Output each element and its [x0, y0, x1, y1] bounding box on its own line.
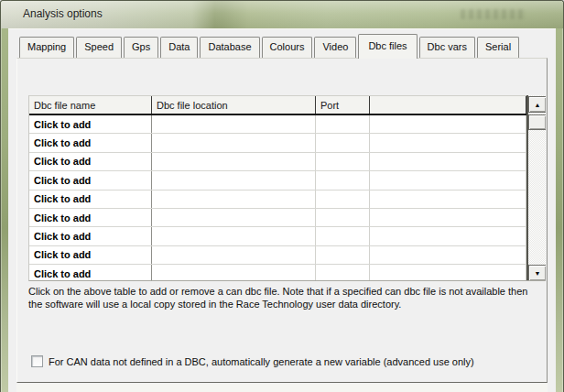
- click-to-add-cell[interactable]: Click to add: [29, 191, 152, 208]
- click-to-add-cell[interactable]: Click to add: [29, 153, 152, 170]
- blank-cell[interactable]: [370, 265, 526, 281]
- tab-dbc-vars[interactable]: Dbc vars: [419, 37, 475, 58]
- dbc-files-table-body: Dbc file name Dbc file location Port Cli…: [29, 95, 526, 281]
- column-header-dbc-file-location[interactable]: Dbc file location: [152, 96, 316, 114]
- table-row[interactable]: Click to add: [29, 246, 526, 265]
- port-cell[interactable]: [316, 191, 370, 208]
- click-to-add-cell[interactable]: Click to add: [29, 171, 152, 189]
- vertical-scrollbar[interactable]: ▲ ▼: [526, 95, 546, 281]
- analysis-options-window: Analysis options Mapping Speed Gps Data …: [0, 0, 564, 392]
- blank-cell[interactable]: [370, 171, 526, 189]
- port-cell[interactable]: [316, 134, 370, 151]
- file-location-cell[interactable]: [152, 134, 316, 151]
- column-header-dbc-file-name[interactable]: Dbc file name: [29, 96, 152, 114]
- file-location-cell[interactable]: [152, 265, 316, 281]
- click-to-add-cell[interactable]: Click to add: [29, 115, 152, 133]
- tab-serial[interactable]: Serial: [477, 37, 519, 58]
- table-row[interactable]: Click to add: [29, 209, 526, 227]
- table-row[interactable]: Click to add: [29, 191, 526, 209]
- table-row[interactable]: Click to add: [29, 153, 526, 171]
- table-row[interactable]: Click to add: [29, 115, 526, 134]
- titlebar[interactable]: Analysis options: [1, 1, 563, 28]
- dialog-footer-strip: [16, 384, 548, 392]
- file-location-cell[interactable]: [152, 209, 316, 226]
- click-to-add-cell[interactable]: Click to add: [29, 134, 152, 151]
- click-to-add-cell[interactable]: Click to add: [29, 265, 152, 281]
- file-location-cell[interactable]: [152, 115, 316, 133]
- blank-cell[interactable]: [370, 115, 526, 133]
- tab-gps[interactable]: Gps: [124, 37, 158, 58]
- table-help-note: Click on the above table to add or remov…: [28, 285, 539, 310]
- port-cell[interactable]: [316, 246, 370, 264]
- scroll-down-button[interactable]: ▼: [528, 265, 546, 281]
- port-cell[interactable]: [316, 227, 370, 245]
- port-cell[interactable]: [316, 115, 370, 133]
- port-cell[interactable]: [316, 171, 370, 189]
- blank-cell[interactable]: [370, 209, 526, 226]
- tab-database[interactable]: Database: [200, 37, 259, 58]
- file-location-cell[interactable]: [152, 153, 316, 170]
- file-location-cell[interactable]: [152, 227, 316, 245]
- tab-bar: Mapping Speed Gps Data Database Colours …: [19, 33, 521, 58]
- tab-mapping[interactable]: Mapping: [19, 37, 74, 58]
- window-title: Analysis options: [23, 7, 103, 20]
- scroll-down-arrow-icon: ▼: [535, 270, 541, 277]
- table-row[interactable]: Click to add: [29, 171, 526, 190]
- click-to-add-cell[interactable]: Click to add: [29, 227, 152, 245]
- blank-cell[interactable]: [370, 246, 526, 264]
- tab-speed[interactable]: Speed: [76, 37, 122, 58]
- port-cell[interactable]: [316, 265, 370, 281]
- titlebar-ghost-artifact: [461, 9, 526, 19]
- tab-colours[interactable]: Colours: [262, 37, 313, 58]
- blank-cell[interactable]: [370, 191, 526, 208]
- port-cell[interactable]: [316, 209, 370, 226]
- can-variable-checkbox-label: For CAN data not defined in a DBC, autom…: [49, 356, 474, 367]
- blank-cell[interactable]: [370, 153, 526, 170]
- file-location-cell[interactable]: [152, 171, 316, 189]
- column-header-port[interactable]: Port: [316, 96, 370, 114]
- click-to-add-cell[interactable]: Click to add: [29, 209, 152, 226]
- click-to-add-cell[interactable]: Click to add: [29, 246, 152, 264]
- tab-video[interactable]: Video: [314, 37, 356, 58]
- can-variable-checkbox-row: For CAN data not defined in a DBC, autom…: [31, 355, 474, 367]
- dialog-client-area: Mapping Speed Gps Data Database Colours …: [8, 28, 556, 392]
- file-location-cell[interactable]: [152, 246, 316, 264]
- scroll-up-button[interactable]: ▲: [528, 96, 546, 113]
- blank-cell[interactable]: [370, 134, 526, 151]
- column-header-blank[interactable]: [370, 96, 526, 114]
- port-cell[interactable]: [316, 153, 370, 170]
- tab-data[interactable]: Data: [160, 37, 198, 58]
- table-row[interactable]: Click to add: [29, 265, 526, 281]
- tab-dbc-files[interactable]: Dbc files: [358, 34, 417, 59]
- can-variable-checkbox[interactable]: [31, 355, 43, 367]
- table-header-row: Dbc file name Dbc file location Port: [29, 95, 526, 115]
- blank-cell[interactable]: [370, 227, 526, 245]
- dbc-files-table: Dbc file name Dbc file location Port Cli…: [28, 95, 546, 281]
- file-location-cell[interactable]: [152, 191, 316, 208]
- table-row[interactable]: Click to add: [29, 227, 526, 245]
- table-row[interactable]: Click to add: [29, 134, 526, 152]
- scrollbar-thumb[interactable]: [528, 114, 546, 130]
- scroll-up-arrow-icon: ▲: [535, 102, 541, 108]
